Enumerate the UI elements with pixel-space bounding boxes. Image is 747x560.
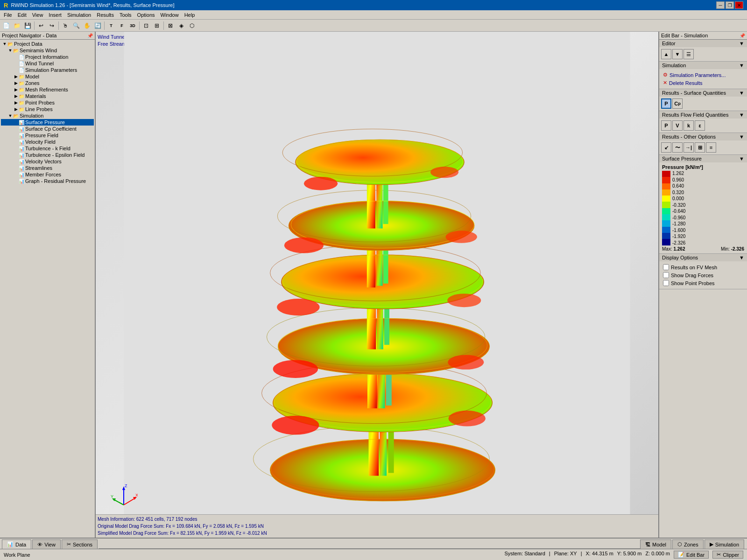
- tree-expand-semiramis[interactable]: ▼: [7, 48, 13, 53]
- toolbar-view-top[interactable]: T: [106, 21, 116, 31]
- results-flow-collapse[interactable]: ▼: [739, 112, 744, 118]
- tree-expand-point-probes[interactable]: ▶: [13, 100, 19, 105]
- other-btn-3[interactable]: →|: [684, 142, 694, 153]
- toolbar-open[interactable]: 📁: [12, 21, 22, 31]
- toolbar-undo[interactable]: ↩: [36, 21, 46, 31]
- tree-item-velocity-vectors[interactable]: 📊Velocity Vectors: [1, 158, 94, 165]
- tab-view[interactable]: 👁 View: [32, 539, 61, 549]
- flow-p-btn[interactable]: P: [661, 120, 671, 131]
- toolbar-select[interactable]: 🖱: [60, 21, 70, 31]
- tree-item-sim-params[interactable]: 📄Simulation Parameters: [1, 67, 94, 73]
- editor-btn-2[interactable]: ▼: [672, 49, 683, 59]
- flow-v-btn[interactable]: V: [672, 120, 683, 131]
- tree-item-semiramis[interactable]: ▼📂Semiramis Wind: [1, 47, 94, 54]
- tree-item-streamlines[interactable]: 📊Streamlines: [1, 165, 94, 171]
- menu-file[interactable]: File: [1, 10, 15, 19]
- tree-expand-project-data[interactable]: ▼: [2, 41, 7, 47]
- toolbar-view-front[interactable]: F: [117, 21, 127, 31]
- menu-window[interactable]: Window: [158, 10, 182, 19]
- tree-item-simulation[interactable]: ▼📂Simulation: [1, 112, 94, 119]
- tree-expand-velocity-vectors[interactable]: [13, 159, 19, 164]
- menu-options[interactable]: Options: [134, 10, 158, 19]
- results-fv-mesh-row[interactable]: Results on FV Mesh: [662, 263, 744, 271]
- toolbar-pan[interactable]: ✋: [82, 21, 92, 31]
- menu-simulation[interactable]: Simulation: [64, 10, 94, 19]
- toolbar-rotate[interactable]: 🔄: [92, 21, 103, 31]
- tree-item-turbulence-eps[interactable]: 📊Turbulence - Epsilon Field: [1, 152, 94, 158]
- editor-btn-3[interactable]: ☰: [684, 49, 694, 59]
- delete-results-link[interactable]: ✕ Delete Results: [662, 79, 744, 87]
- show-drag-forces-row[interactable]: Show Drag Forces: [662, 271, 744, 279]
- clipper-button[interactable]: ✂ Clipper: [712, 551, 743, 559]
- flow-eps-btn[interactable]: ε: [695, 120, 705, 131]
- display-options-collapse[interactable]: ▼: [739, 255, 744, 260]
- tree-item-member-forces[interactable]: 📊Member Forces: [1, 171, 94, 178]
- results-surface-collapse[interactable]: ▼: [739, 90, 744, 96]
- toolbar-render[interactable]: ◈: [176, 21, 186, 31]
- menu-view[interactable]: View: [29, 10, 46, 19]
- tree-expand-surface-pressure[interactable]: [13, 119, 19, 125]
- toolbar-fit[interactable]: ⊡: [141, 21, 151, 31]
- tree-expand-materials[interactable]: ▶: [13, 93, 19, 99]
- other-btn-5[interactable]: ≡: [706, 142, 716, 153]
- editor-btn-1[interactable]: ▲: [661, 49, 671, 59]
- editor-collapse[interactable]: ▼: [739, 41, 744, 46]
- surface-pressure-collapse[interactable]: ▼: [739, 156, 744, 161]
- other-btn-4[interactable]: ⊞: [695, 142, 705, 153]
- results-other-collapse[interactable]: ▼: [739, 134, 744, 140]
- tree-expand-simulation[interactable]: ▼: [7, 113, 13, 119]
- menu-help[interactable]: Help: [182, 10, 198, 19]
- toolbar-wire[interactable]: ⬡: [187, 21, 197, 31]
- tree-item-materials[interactable]: ▶📁Materials: [1, 93, 94, 99]
- tab-sections[interactable]: ✂ Sections: [62, 539, 98, 549]
- toolbar-new[interactable]: 📄: [1, 21, 11, 31]
- tree-expand-zones[interactable]: ▶: [13, 80, 19, 86]
- tree-item-surface-pressure[interactable]: 📊Surface Pressure: [1, 119, 94, 126]
- sim-params-link[interactable]: ⚙ Simulation Parameters...: [662, 71, 744, 79]
- tree-expand-turbulence-k[interactable]: [13, 146, 19, 151]
- other-btn-1[interactable]: ↙: [661, 142, 671, 153]
- tree-item-project-data[interactable]: ▼📂Project Data: [1, 41, 94, 47]
- tree-expand-member-forces[interactable]: [13, 172, 19, 177]
- viewport[interactable]: Wind Tunnel Dimensions: Dx = 138.121 m, …: [96, 32, 658, 538]
- tree-expand-line-probes[interactable]: ▶: [13, 106, 19, 112]
- close-button[interactable]: ✕: [735, 1, 743, 9]
- results-fv-mesh-check[interactable]: [663, 264, 669, 270]
- toolbar-zoom[interactable]: 🔍: [71, 21, 81, 31]
- show-point-probes-check[interactable]: [663, 280, 669, 286]
- tab-simulation[interactable]: ▶ Simulation: [705, 539, 744, 549]
- tree-expand-surface-cp[interactable]: [13, 126, 19, 132]
- tab-zones[interactable]: ⬡ Zones: [672, 539, 704, 549]
- tree-expand-pressure-field[interactable]: [13, 133, 19, 138]
- tree-expand-wind-tunnel[interactable]: [13, 61, 19, 66]
- tree-item-model[interactable]: ▶📁Model: [1, 73, 94, 80]
- tree-item-point-probes[interactable]: ▶📁Point Probes: [1, 99, 94, 106]
- tree-expand-streamlines[interactable]: [13, 165, 19, 171]
- tree-item-line-probes[interactable]: ▶📁Line Probes: [1, 106, 94, 112]
- toolbar-redo[interactable]: ↪: [47, 21, 57, 31]
- tree-item-proj-info[interactable]: 📄Project Information: [1, 54, 94, 60]
- tree-expand-graph-residual[interactable]: [13, 178, 19, 184]
- tree-item-pressure-field[interactable]: 📊Pressure Field: [1, 132, 94, 139]
- menu-insert[interactable]: Insert: [46, 10, 64, 19]
- toolbar-save[interactable]: 💾: [22, 21, 33, 31]
- edit-bar-button[interactable]: 📝 Edit Bar: [674, 551, 709, 559]
- tab-data[interactable]: 📊 Data: [2, 539, 31, 549]
- left-panel-pin[interactable]: 📌: [87, 33, 93, 38]
- tree-item-surface-cp[interactable]: 📊Surface Cp Coefficient: [1, 126, 94, 132]
- tree-item-zones[interactable]: ▶📁Zones: [1, 80, 94, 86]
- toolbar-view-3d[interactable]: 3D: [127, 21, 138, 31]
- right-panel-pin[interactable]: 📌: [740, 33, 745, 38]
- tree-expand-sim-params[interactable]: [13, 67, 19, 73]
- tree-expand-mesh-ref[interactable]: ▶: [13, 87, 19, 92]
- tree-expand-model[interactable]: ▶: [13, 74, 19, 79]
- tree-item-turbulence-k[interactable]: 📊Turbulence - k Field: [1, 145, 94, 152]
- tab-model[interactable]: 🏗 Model: [640, 539, 671, 549]
- minimize-button[interactable]: ─: [716, 1, 725, 9]
- cp-btn[interactable]: Cp: [672, 98, 683, 109]
- tree-expand-turbulence-eps[interactable]: [13, 152, 19, 158]
- pressure-btn[interactable]: P: [661, 98, 671, 109]
- tree-item-graph-residual[interactable]: 📊Graph - Residual Pressure: [1, 178, 94, 184]
- restore-button[interactable]: ❐: [726, 1, 734, 9]
- show-point-probes-row[interactable]: Show Point Probes: [662, 279, 744, 287]
